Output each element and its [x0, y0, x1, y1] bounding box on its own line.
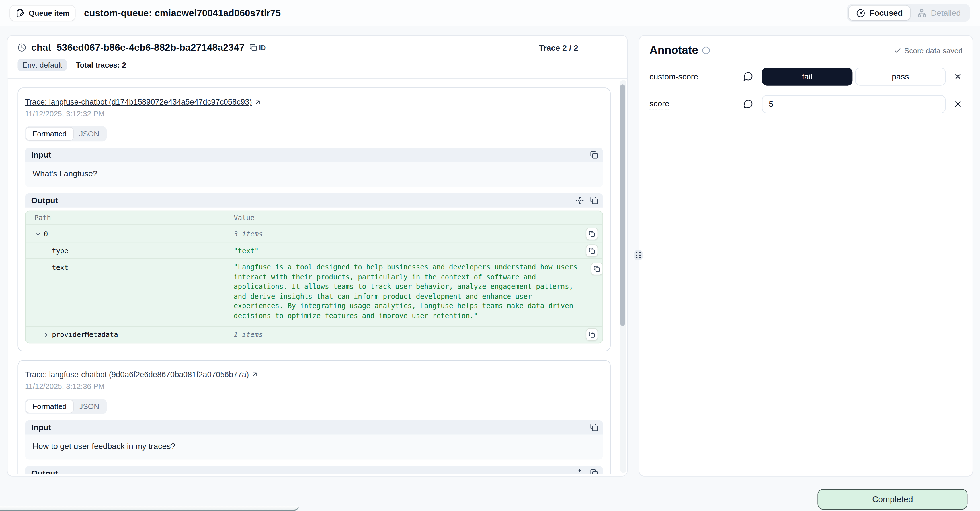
copy-row-button[interactable] [585, 228, 598, 240]
copy-input-button[interactable] [590, 423, 598, 431]
scrollbar-track[interactable] [620, 80, 626, 473]
page-title: custom-queue: cmiacwel70041ad060s7tlr75 [84, 7, 281, 18]
score-option-pass[interactable]: pass [855, 67, 945, 86]
copy-row-button[interactable] [585, 328, 598, 341]
score-option-fail[interactable]: fail [762, 67, 853, 86]
trace-link-2[interactable]: Trace: langfuse-chatbot (9d0a6f2e6de8670… [25, 370, 258, 379]
trace-card-2: Trace: langfuse-chatbot (9d0a6f2e6de8670… [18, 360, 611, 474]
id-label: ID [259, 44, 266, 51]
info-icon [702, 46, 710, 54]
copy-icon [589, 248, 595, 254]
json-key: type [52, 247, 68, 255]
copy-input-button[interactable] [590, 151, 598, 159]
copy-icon [590, 196, 598, 204]
save-status-label: Score data saved [904, 46, 963, 55]
x-icon [953, 72, 963, 81]
network-icon [918, 8, 926, 18]
format-tabs: Formatted JSON [25, 126, 107, 141]
score-label: score [649, 99, 669, 109]
tab-json[interactable]: JSON [73, 127, 105, 140]
copy-icon [250, 44, 257, 51]
chevron-right-icon[interactable] [43, 331, 49, 338]
detailed-view-button[interactable]: Detailed [910, 6, 968, 20]
completed-button[interactable]: Completed [818, 489, 967, 509]
input-label: Input [31, 422, 51, 432]
input-label: Input [31, 150, 51, 159]
copy-icon [589, 331, 595, 338]
detailed-view-label: Detailed [931, 8, 961, 18]
annotate-panel: Annotate Score data saved custom-score f… [639, 35, 973, 476]
json-value: 3 items [234, 230, 582, 238]
item-header: chat_536ed067-b86e-4eb6-882b-ba27148a234… [7, 36, 627, 79]
traces-scroll-area: Trace: langfuse-chatbot (d174b1589072e43… [7, 79, 627, 474]
output-label: Output [31, 468, 58, 474]
json-key: providerMetadata [52, 330, 118, 339]
copy-icon [589, 231, 595, 237]
comment-button[interactable] [743, 71, 753, 81]
json-value: "Langfuse is a tool designed to help bus… [234, 263, 588, 321]
x-icon [953, 99, 963, 108]
external-link-icon [251, 371, 258, 378]
comment-icon [743, 99, 753, 109]
trace-timestamp: 11/12/2025, 3:12:32 PM [25, 109, 603, 118]
table-row: type "text" [25, 243, 603, 258]
trace-counter: Trace 2 / 2 [539, 43, 617, 52]
column-header-path: Path [25, 211, 234, 224]
output-label: Output [31, 196, 58, 205]
column-header-value: Value [234, 211, 582, 224]
copy-row-button[interactable] [585, 244, 598, 257]
trace-link-1[interactable]: Trace: langfuse-chatbot (d174b1589072e43… [25, 97, 261, 106]
comment-button[interactable] [743, 99, 753, 109]
expand-output-button[interactable] [576, 469, 584, 474]
input-text: What's Langfuse? [25, 162, 603, 187]
input-section: Input How to get user feedback in my tra… [25, 420, 603, 459]
save-status: Score data saved [893, 46, 963, 55]
item-title: chat_536ed067-b86e-4eb6-882b-ba27148a234… [31, 42, 245, 53]
score-row-score: score [649, 94, 963, 113]
copy-output-button[interactable] [590, 469, 598, 474]
json-key: text [52, 264, 68, 272]
clipboard-pen-icon [16, 8, 24, 18]
input-section: Input What's Langfuse? [25, 148, 603, 187]
copy-icon [590, 469, 598, 474]
copy-row-button[interactable] [591, 263, 603, 275]
clock-icon [18, 43, 26, 52]
copy-icon [590, 151, 598, 159]
focused-view-button[interactable]: Focused [849, 6, 910, 20]
trace-card-1: Trace: langfuse-chatbot (d174b1589072e43… [18, 88, 611, 351]
chevron-down-icon[interactable] [35, 231, 41, 237]
external-link-icon [255, 99, 261, 105]
copy-icon [594, 266, 600, 272]
copy-id-button[interactable]: ID [250, 44, 266, 51]
copy-icon [590, 423, 598, 431]
check-icon [893, 47, 901, 54]
queue-item-badge-label: Queue item [29, 8, 70, 18]
bottom-edge-strip [0, 506, 299, 511]
circle-gauge-icon [856, 8, 865, 18]
format-tabs: Formatted JSON [25, 399, 107, 414]
queue-item-panel: chat_536ed067-b86e-4eb6-882b-ba27148a234… [7, 35, 627, 476]
queue-item-badge: Queue item [10, 5, 75, 21]
panel-resize-handle[interactable] [634, 250, 643, 260]
unfold-vertical-icon [576, 196, 584, 204]
table-row: 0 3 items [25, 224, 603, 243]
output-json-table: Path Value 0 3 items [25, 211, 603, 343]
trace-link-label: Trace: langfuse-chatbot (d174b1589072e43… [25, 97, 252, 106]
remove-score-button[interactable] [953, 72, 963, 81]
json-value: "text" [234, 247, 582, 255]
total-traces: Total traces: 2 [76, 60, 126, 70]
score-value-input[interactable] [762, 95, 945, 113]
expand-output-button[interactable] [576, 196, 584, 204]
tab-formatted[interactable]: Formatted [26, 400, 73, 412]
tab-json[interactable]: JSON [73, 400, 105, 412]
env-badge: Env: default [18, 59, 67, 71]
scrollbar-thumb[interactable] [620, 84, 625, 326]
score-label: custom-score [649, 72, 698, 81]
tab-formatted[interactable]: Formatted [26, 127, 73, 140]
remove-score-button[interactable] [953, 99, 963, 108]
json-key: 0 [44, 230, 48, 238]
annotate-title: Annotate [649, 44, 698, 57]
trace-link-label: Trace: langfuse-chatbot (9d0a6f2e6de8670… [25, 370, 249, 379]
copy-output-button[interactable] [590, 196, 598, 204]
trace-timestamp: 11/12/2025, 3:12:36 PM [25, 382, 603, 390]
